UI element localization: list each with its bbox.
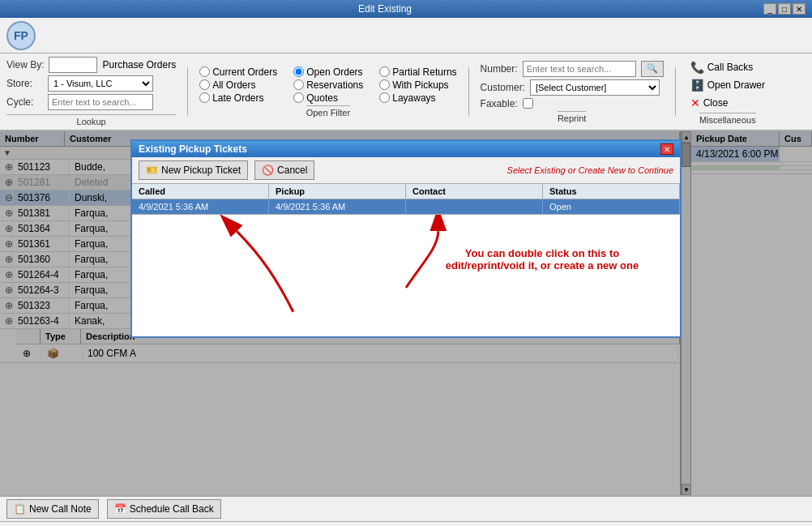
view-by-input[interactable] <box>49 57 97 73</box>
col-contact: Contact <box>406 184 543 199</box>
new-pickup-ticket-button[interactable]: 🎫 New Pickup Ticket <box>139 160 248 180</box>
new-call-note-button[interactable]: 📋 New Call Note <box>6 499 99 519</box>
call-backs-button[interactable]: 📞 Call Backs <box>687 59 768 75</box>
view-by-section: View By: Purchase Orders Store: 1 - Visu… <box>6 57 176 126</box>
quotes-radio[interactable] <box>293 92 304 103</box>
title-bar: Edit Existing _ □ ✕ <box>0 0 812 18</box>
number-search-input[interactable] <box>523 61 636 77</box>
modal-toolbar: 🎫 New Pickup Ticket 🚫 Cancel Select Exis… <box>132 157 680 184</box>
open-filter-label: Open Filter <box>306 105 350 118</box>
open-orders-radio[interactable] <box>293 66 304 77</box>
lookup-label: Lookup <box>6 114 176 126</box>
modal-close-button[interactable]: ✕ <box>660 143 673 155</box>
open-drawer-button[interactable]: 🗄️ Open Drawer <box>687 77 768 93</box>
close-icon: ✕ <box>690 96 700 109</box>
pickup-cell: 4/9/2021 5:36 AM <box>269 199 406 214</box>
misc-section: 📞 Call Backs 🗄️ Open Drawer ✕ Close Misc… <box>687 59 768 125</box>
reprint-label: Reprint <box>558 111 586 123</box>
phone-icon: 📞 <box>690 61 704 74</box>
schedule-icon: 📅 <box>114 503 126 515</box>
restore-button[interactable]: □ <box>778 3 791 15</box>
number-label: Number: <box>481 63 518 75</box>
col-called: Called <box>132 184 269 199</box>
customer-label: Customer: <box>481 82 525 93</box>
existing-pickup-modal: Existing Pickup Tickets ✕ 🎫 New Pickup T… <box>130 139 682 338</box>
reservations-radio[interactable] <box>293 79 304 90</box>
modal-table-header: Called Pickup Contact Status <box>132 184 680 199</box>
main-area: Number Customer ▼ ⊕ 501123 Budde, ⊕ 5012… <box>0 131 812 495</box>
miscellaneous-label: Miscellaneous <box>699 113 756 125</box>
modal-overlay: Existing Pickup Tickets ✕ 🎫 New Pickup T… <box>0 131 812 495</box>
schedule-call-back-button[interactable]: 📅 Schedule Call Back <box>107 499 221 519</box>
drawer-icon: 🗄️ <box>690 79 704 92</box>
called-cell: 4/9/2021 5:36 AM <box>132 199 269 214</box>
divider-3 <box>675 67 676 116</box>
modal-hint: Select Existing or Create New to Continu… <box>507 165 673 175</box>
bottom-bar: 📋 New Call Note 📅 Schedule Call Back <box>0 495 812 521</box>
reprint-section: Number: 🔍 Customer: [Select Customer] Fa… <box>481 61 664 123</box>
annotation-area: You can double click on this to edit/rep… <box>132 215 680 336</box>
partial-returns-radio[interactable] <box>379 66 390 77</box>
faxable-label: Faxable: <box>481 98 518 109</box>
divider-2 <box>468 67 469 116</box>
cancel-modal-button[interactable]: 🚫 Cancel <box>254 160 314 180</box>
customer-select[interactable]: [Select Customer] <box>530 79 660 96</box>
minimize-button[interactable]: _ <box>763 3 776 15</box>
all-orders-radio[interactable] <box>199 79 210 90</box>
modal-title-bar: Existing Pickup Tickets ✕ <box>132 141 680 157</box>
window-title: Edit Existing <box>6 3 763 15</box>
status-cell: Open <box>543 199 680 214</box>
modal-title: Existing Pickup Tickets <box>139 143 247 155</box>
status-bar: Emp ID Date/Time ▽ Summary Notes Order <box>0 521 812 526</box>
window-controls: _ □ ✕ <box>763 3 806 15</box>
current-orders-radio[interactable] <box>199 66 210 77</box>
cycle-label: Cycle: <box>6 96 43 108</box>
orders-radio-group2: Open Orders Reservations Quotes <box>293 66 363 104</box>
divider-1 <box>187 67 188 116</box>
call-note-icon: 📋 <box>14 503 26 515</box>
store-select[interactable]: 1 - Visum, LLC <box>48 75 153 92</box>
col-status: Status <box>543 184 680 199</box>
with-pickups-radio[interactable] <box>379 79 390 90</box>
modal-data-row[interactable]: 4/9/2021 5:36 AM 4/9/2021 5:36 AM Open <box>132 199 680 215</box>
cycle-input[interactable] <box>48 94 153 110</box>
cancel-icon: 🚫 <box>262 165 274 176</box>
view-by-label: View By: <box>6 59 44 71</box>
toolbar: View By: Purchase Orders Store: 1 - Visu… <box>0 53 812 131</box>
new-ticket-icon: 🎫 <box>146 165 158 176</box>
col-pickup: Pickup <box>269 184 406 199</box>
number-search-button[interactable]: 🔍 <box>641 61 664 77</box>
close-button-misc[interactable]: ✕ Close <box>687 95 768 111</box>
orders-radio-group3: Partial Returns With Pickups Layaways <box>379 66 456 104</box>
app-logo: FP <box>6 21 36 50</box>
app-header: FP <box>0 18 812 53</box>
annotation-arrows <box>132 215 680 336</box>
purchase-orders-label: Purchase Orders <box>102 59 176 71</box>
faxable-checkbox[interactable] <box>523 98 533 109</box>
contact-cell <box>406 199 543 214</box>
store-label: Store: <box>6 78 43 89</box>
late-orders-radio[interactable] <box>199 92 210 103</box>
close-button[interactable]: ✕ <box>793 3 806 15</box>
orders-radio-group: Current Orders All Orders Late Orders <box>199 66 277 104</box>
open-filter-section: Current Orders All Orders Late Orders Op… <box>199 66 456 118</box>
annotation-text: You can double click on this to edit/rep… <box>429 247 656 272</box>
layaways-radio[interactable] <box>379 92 390 103</box>
